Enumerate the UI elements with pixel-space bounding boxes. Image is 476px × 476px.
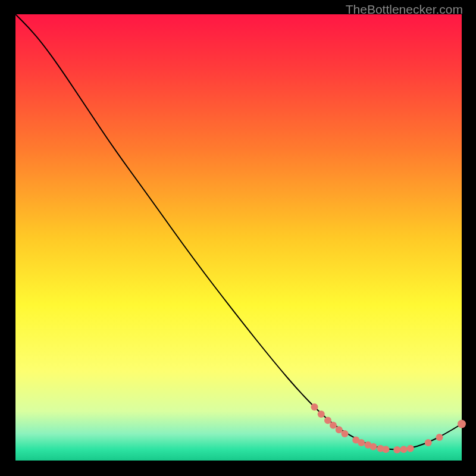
curve-marker bbox=[407, 445, 414, 452]
curve-marker bbox=[383, 446, 390, 453]
curve-marker bbox=[324, 417, 331, 424]
curve-marker bbox=[458, 420, 466, 428]
plot-background bbox=[15, 14, 462, 461]
curve-marker bbox=[400, 446, 408, 453]
curve-marker bbox=[336, 426, 343, 433]
watermark-text: TheBottlenecker.com bbox=[346, 2, 463, 17]
chart-svg bbox=[0, 0, 476, 476]
curve-marker bbox=[318, 411, 325, 418]
curve-marker bbox=[393, 446, 400, 453]
curve-marker bbox=[436, 434, 443, 441]
curve-marker bbox=[425, 439, 432, 446]
curve-marker bbox=[370, 443, 377, 450]
curve-marker bbox=[311, 403, 318, 411]
curve-marker bbox=[342, 430, 349, 437]
curve-marker bbox=[330, 422, 337, 429]
curve-marker bbox=[358, 439, 365, 446]
chart-container bbox=[0, 0, 476, 476]
